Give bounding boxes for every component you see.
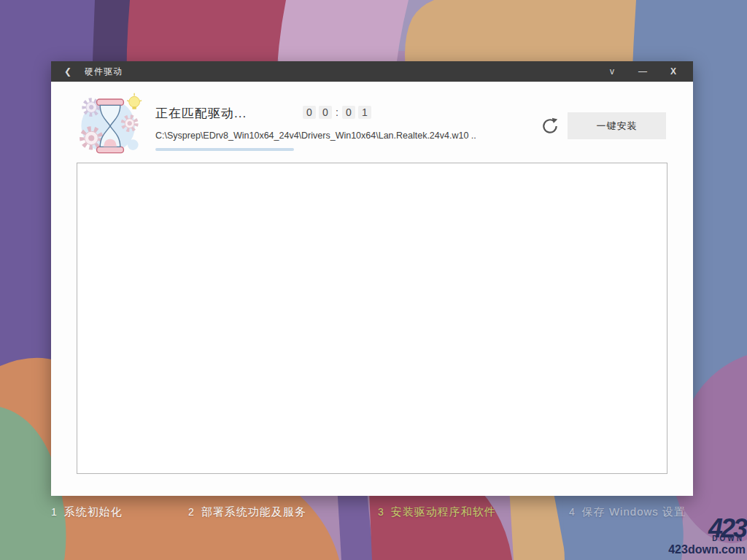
window-title: 硬件驱动: [85, 66, 123, 78]
elapsed-timer: 0 0 : 0 1: [303, 106, 371, 119]
timer-digit: 1: [358, 106, 371, 119]
current-driver-path: C:\Sysprep\EDrv8_Win10x64_24v4\Drivers_W…: [155, 131, 476, 141]
refresh-icon[interactable]: [541, 117, 560, 136]
driver-wizard-window: ❮ 硬件驱动 v — X: [51, 61, 693, 496]
watermark-logo-sub: DOWN: [668, 535, 744, 542]
minimize-button[interactable]: —: [627, 61, 658, 82]
dropdown-chevron-button[interactable]: v: [597, 61, 627, 82]
driver-list-box[interactable]: [77, 163, 667, 474]
window-titlebar: ❮ 硬件驱动 v — X: [51, 61, 693, 82]
status-heading: 正在匹配驱动...: [155, 105, 247, 122]
step-number: 2: [188, 506, 195, 518]
step-system-init: 1系统初始化: [51, 505, 123, 519]
deployment-steps: 1系统初始化 2部署系统功能及服务 3安装驱动程序和软件 4保存 Windows…: [0, 505, 747, 523]
step-number: 3: [378, 506, 384, 518]
watermark-site-text: 423down.com: [668, 544, 746, 556]
timer-digit: 0: [303, 106, 316, 119]
step-label: 部署系统功能及服务: [201, 505, 306, 518]
one-click-install-button[interactable]: 一键安装: [568, 112, 666, 139]
step-label: 系统初始化: [64, 505, 123, 518]
window-content: 正在匹配驱动... 0 0 : 0 1 C:\Sysprep\EDrv8_Win…: [51, 82, 693, 496]
step-number: 1: [51, 506, 58, 518]
back-button[interactable]: ❮: [51, 66, 85, 77]
step-label: 安装驱动程序和软件: [391, 505, 496, 518]
timer-digit: 0: [342, 106, 355, 119]
progress-bar: [155, 148, 294, 151]
close-button[interactable]: X: [658, 61, 689, 82]
timer-digit: 0: [319, 106, 332, 119]
hourglass-gears-icon: [77, 91, 144, 158]
timer-separator: :: [335, 106, 339, 118]
step-deploy-services: 2部署系统功能及服务: [188, 505, 306, 519]
watermark-423down: 423 DOWN 423down.com: [668, 516, 746, 556]
step-install-drivers-active: 3安装驱动程序和软件: [378, 505, 496, 519]
step-number: 4: [569, 506, 576, 518]
